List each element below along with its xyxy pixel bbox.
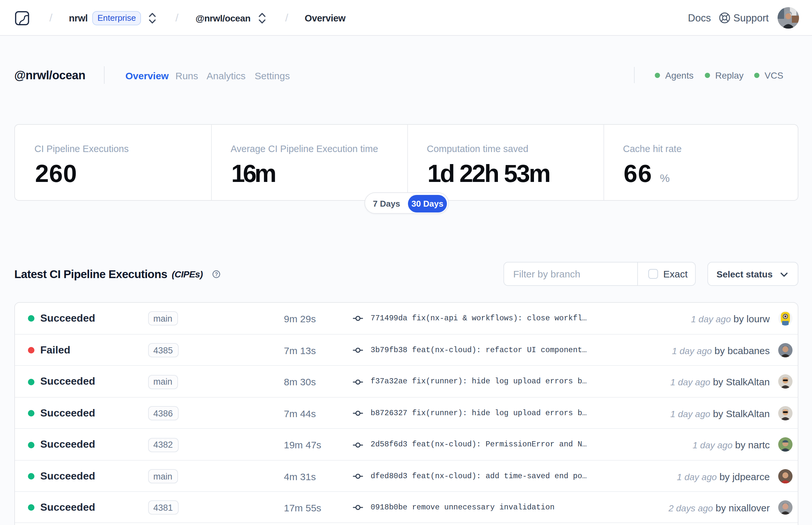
svg-text:?: ? — [215, 272, 218, 277]
